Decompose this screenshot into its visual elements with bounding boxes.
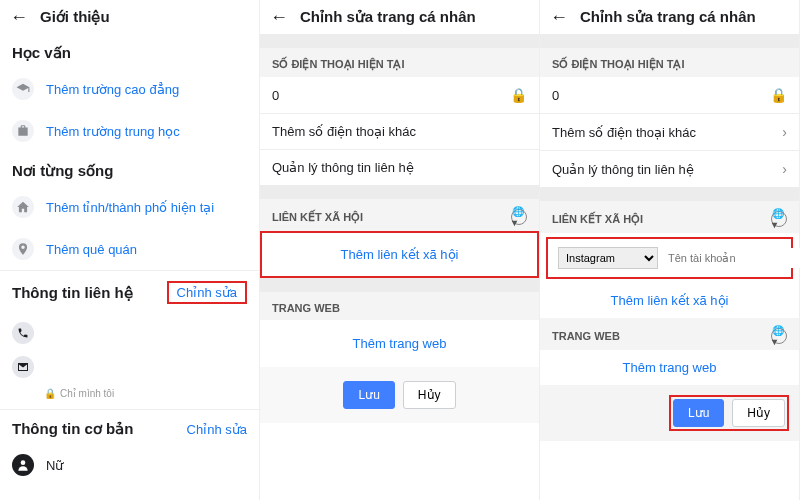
section-contact: Thông tin liên hệ Chỉnh sửa — [0, 270, 259, 310]
add-social-link-button[interactable]: Thêm liên kết xã hội — [540, 283, 799, 318]
contact-phone-item — [12, 316, 247, 350]
phone-value: 0 — [552, 88, 758, 103]
phone-section-label: SỐ ĐIỆN THOẠI HIỆN TẠI — [552, 58, 685, 71]
phone-value-row: 0 🔒 — [260, 77, 539, 114]
cancel-button[interactable]: Hủy — [403, 381, 456, 409]
edit-contact-button[interactable]: Chỉnh sửa — [167, 281, 247, 304]
social-platform-select[interactable]: Instagram — [558, 247, 658, 269]
social-section-header: LIÊN KẾT XÃ HỘI 🌐▾ — [260, 199, 539, 231]
spacer — [260, 34, 539, 48]
add-current-city-row[interactable]: Thêm tỉnh/thành phố hiện tại — [0, 186, 259, 228]
panel-edit-profile-1: ← Chỉnh sửa trang cá nhân SỐ ĐIỆN THOẠI … — [260, 0, 540, 500]
web-section-label: TRANG WEB — [552, 330, 620, 342]
add-phone-label: Thêm số điện thoại khác — [552, 125, 770, 140]
phone-value: 0 — [272, 88, 498, 103]
page-title: Giới thiệu — [40, 8, 110, 26]
social-section-label: LIÊN KẾT XÃ HỘI — [552, 213, 643, 226]
spacer — [540, 34, 799, 48]
save-button[interactable]: Lưu — [343, 381, 394, 409]
add-highschool-label: Thêm trường trung học — [46, 124, 247, 139]
location-pin-icon — [12, 238, 34, 260]
cancel-button[interactable]: Hủy — [732, 399, 785, 427]
phone-section-header: SỐ ĐIỆN THOẠI HIỆN TẠI — [260, 48, 539, 77]
lock-icon[interactable]: 🔒 — [770, 87, 787, 103]
contact-block: 🔒 Chỉ mình tôi — [0, 310, 259, 409]
header: ← Chỉnh sửa trang cá nhân — [260, 0, 539, 34]
back-arrow-icon[interactable]: ← — [270, 8, 288, 26]
add-phone-row[interactable]: Thêm số điện thoại khác › — [540, 114, 799, 151]
spacer — [260, 185, 539, 199]
lock-icon: 🔒 — [44, 388, 56, 399]
manage-contact-label: Quản lý thông tin liên hệ — [552, 162, 770, 177]
add-hometown-row[interactable]: Thêm quê quán — [0, 228, 259, 270]
back-arrow-icon[interactable]: ← — [550, 8, 568, 26]
phone-section-label: SỐ ĐIỆN THOẠI HIỆN TẠI — [272, 58, 405, 71]
panel-intro: ← Giới thiệu Học vấn Thêm trường cao đẳn… — [0, 0, 260, 500]
social-username-input[interactable] — [664, 248, 800, 268]
globe-icon[interactable]: 🌐▾ — [511, 209, 527, 225]
graduation-cap-icon — [12, 78, 34, 100]
header: ← Chỉnh sửa trang cá nhân — [540, 0, 799, 34]
add-website-button[interactable]: Thêm trang web — [540, 350, 799, 385]
social-section-header: LIÊN KẾT XÃ HỘI 🌐▾ — [540, 201, 799, 233]
page-title: Chỉnh sửa trang cá nhân — [580, 8, 756, 26]
add-phone-row[interactable]: Thêm số điện thoại khác — [260, 114, 539, 150]
home-icon — [12, 196, 34, 218]
chevron-right-icon: › — [782, 124, 787, 140]
privacy-note: 🔒 Chỉ mình tôi — [44, 388, 247, 399]
privacy-label: Chỉ mình tôi — [60, 388, 114, 399]
section-places: Nơi từng sống — [0, 152, 259, 186]
briefcase-icon — [12, 120, 34, 142]
social-section-label: LIÊN KẾT XÃ HỘI — [272, 211, 363, 224]
section-education: Học vấn — [0, 34, 259, 68]
edit-basic-button[interactable]: Chỉnh sửa — [187, 422, 247, 437]
panel-edit-profile-2: ← Chỉnh sửa trang cá nhân SỐ ĐIỆN THOẠI … — [540, 0, 800, 500]
web-section-label: TRANG WEB — [272, 302, 340, 314]
add-website-button[interactable]: Thêm trang web — [260, 320, 539, 367]
gender-row: Nữ — [0, 444, 259, 486]
contact-email-item — [12, 350, 247, 384]
back-arrow-icon[interactable]: ← — [10, 8, 28, 26]
web-section-header: TRANG WEB — [260, 292, 539, 320]
header: ← Giới thiệu — [0, 0, 259, 34]
social-platform-row: Instagram × — [546, 237, 793, 279]
lock-icon[interactable]: 🔒 — [510, 87, 527, 103]
add-social-link-button[interactable]: Thêm liên kết xã hội — [260, 231, 539, 278]
add-phone-label: Thêm số điện thoại khác — [272, 124, 527, 139]
add-college-label: Thêm trường cao đẳng — [46, 82, 247, 97]
button-row: Lưu Hủy — [540, 385, 799, 441]
add-current-city-label: Thêm tỉnh/thành phố hiện tại — [46, 200, 247, 215]
add-highschool-row[interactable]: Thêm trường trung học — [0, 110, 259, 152]
spacer — [540, 187, 799, 201]
button-row: Lưu Hủy — [260, 367, 539, 423]
envelope-icon — [12, 356, 34, 378]
add-college-row[interactable]: Thêm trường cao đẳng — [0, 68, 259, 110]
person-icon — [12, 454, 34, 476]
manage-contact-row[interactable]: Quản lý thông tin liên hệ › — [540, 151, 799, 187]
phone-section-header: SỐ ĐIỆN THOẠI HIỆN TẠI — [540, 48, 799, 77]
basic-header: Thông tin cơ bản — [12, 420, 133, 438]
section-basic: Thông tin cơ bản Chỉnh sửa — [0, 409, 259, 444]
gender-value: Nữ — [46, 458, 247, 473]
manage-contact-row[interactable]: Quản lý thông tin liên hệ — [260, 150, 539, 185]
phone-value-row: 0 🔒 — [540, 77, 799, 114]
add-hometown-label: Thêm quê quán — [46, 242, 247, 257]
svg-point-0 — [21, 460, 26, 465]
phone-icon — [12, 322, 34, 344]
manage-contact-label: Quản lý thông tin liên hệ — [272, 160, 527, 175]
save-button[interactable]: Lưu — [673, 399, 724, 427]
spacer — [260, 278, 539, 292]
globe-icon[interactable]: 🌐▾ — [771, 211, 787, 227]
web-section-header: TRANG WEB 🌐▾ — [540, 318, 799, 350]
globe-icon[interactable]: 🌐▾ — [771, 328, 787, 344]
contact-header: Thông tin liên hệ — [12, 284, 133, 302]
chevron-right-icon: › — [782, 161, 787, 177]
page-title: Chỉnh sửa trang cá nhân — [300, 8, 476, 26]
